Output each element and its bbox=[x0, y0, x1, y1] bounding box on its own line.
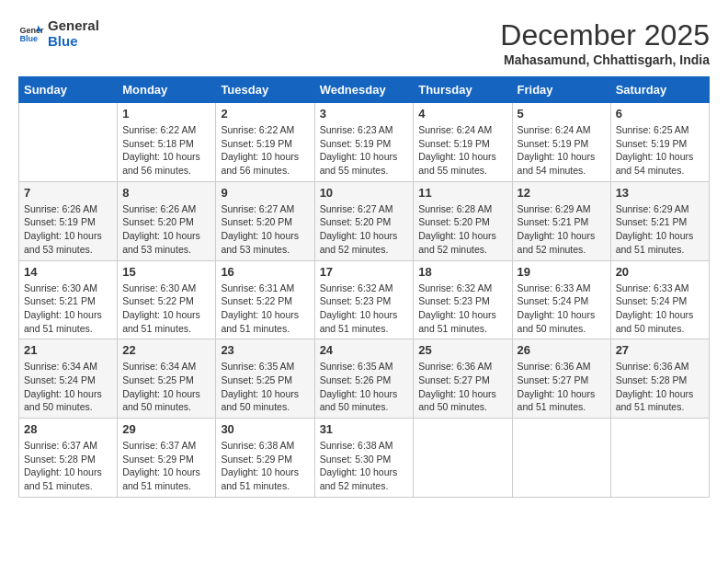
calendar-cell: 14Sunrise: 6:30 AMSunset: 5:21 PMDayligh… bbox=[19, 260, 118, 339]
day-number: 11 bbox=[418, 186, 506, 200]
day-number: 1 bbox=[122, 107, 210, 121]
day-number: 28 bbox=[24, 422, 112, 436]
day-number: 10 bbox=[320, 186, 409, 200]
cell-info: Sunrise: 6:23 AMSunset: 5:19 PMDaylight:… bbox=[320, 123, 409, 178]
calendar-cell: 22Sunrise: 6:34 AMSunset: 5:25 PMDayligh… bbox=[118, 339, 216, 419]
calendar-cell: 12Sunrise: 6:29 AMSunset: 5:21 PMDayligh… bbox=[512, 181, 610, 260]
cell-info: Sunrise: 6:33 AMSunset: 5:24 PMDaylight:… bbox=[616, 282, 704, 336]
calendar-cell: 23Sunrise: 6:35 AMSunset: 5:25 PMDayligh… bbox=[216, 339, 314, 419]
calendar-cell: 8Sunrise: 6:26 AMSunset: 5:20 PMDaylight… bbox=[118, 181, 216, 260]
calendar-cell: 24Sunrise: 6:35 AMSunset: 5:26 PMDayligh… bbox=[314, 339, 414, 419]
cell-info: Sunrise: 6:32 AMSunset: 5:23 PMDaylight:… bbox=[418, 282, 506, 336]
cell-info: Sunrise: 6:30 AMSunset: 5:21 PMDaylight:… bbox=[24, 282, 112, 336]
day-number: 24 bbox=[320, 343, 409, 357]
calendar-cell bbox=[19, 103, 118, 182]
weekday-header: Wednesday bbox=[314, 77, 414, 103]
calendar-header-row: SundayMondayTuesdayWednesdayThursdayFrid… bbox=[19, 77, 710, 103]
cell-info: Sunrise: 6:36 AMSunset: 5:27 PMDaylight:… bbox=[518, 360, 606, 414]
calendar-cell: 10Sunrise: 6:27 AMSunset: 5:20 PMDayligh… bbox=[314, 181, 414, 260]
day-number: 31 bbox=[320, 422, 409, 436]
cell-info: Sunrise: 6:26 AMSunset: 5:19 PMDaylight:… bbox=[24, 202, 112, 257]
calendar-body: 1Sunrise: 6:22 AMSunset: 5:18 PMDaylight… bbox=[19, 103, 710, 498]
cell-info: Sunrise: 6:32 AMSunset: 5:23 PMDaylight:… bbox=[320, 282, 409, 336]
day-number: 29 bbox=[122, 422, 210, 436]
day-number: 12 bbox=[518, 186, 606, 200]
calendar-cell: 6Sunrise: 6:25 AMSunset: 5:19 PMDaylight… bbox=[610, 103, 709, 182]
cell-info: Sunrise: 6:28 AMSunset: 5:20 PMDaylight:… bbox=[418, 202, 506, 257]
cell-info: Sunrise: 6:29 AMSunset: 5:21 PMDaylight:… bbox=[616, 202, 704, 257]
calendar-cell: 21Sunrise: 6:34 AMSunset: 5:24 PMDayligh… bbox=[19, 339, 118, 419]
calendar-table: SundayMondayTuesdayWednesdayThursdayFrid… bbox=[18, 76, 710, 498]
calendar-cell bbox=[512, 419, 610, 498]
svg-text:Blue: Blue bbox=[19, 34, 38, 43]
cell-info: Sunrise: 6:36 AMSunset: 5:27 PMDaylight:… bbox=[418, 360, 506, 414]
weekday-header: Monday bbox=[118, 77, 216, 103]
day-number: 23 bbox=[221, 343, 309, 357]
calendar-cell: 11Sunrise: 6:28 AMSunset: 5:20 PMDayligh… bbox=[414, 181, 512, 260]
location: Mahasamund, Chhattisgarh, India bbox=[500, 52, 710, 67]
day-number: 4 bbox=[418, 107, 506, 121]
calendar-week-row: 14Sunrise: 6:30 AMSunset: 5:21 PMDayligh… bbox=[19, 260, 710, 339]
cell-info: Sunrise: 6:38 AMSunset: 5:29 PMDaylight:… bbox=[221, 439, 309, 493]
calendar-cell: 16Sunrise: 6:31 AMSunset: 5:22 PMDayligh… bbox=[216, 260, 314, 339]
calendar-cell bbox=[414, 419, 512, 498]
day-number: 26 bbox=[518, 343, 606, 357]
calendar-cell: 20Sunrise: 6:33 AMSunset: 5:24 PMDayligh… bbox=[610, 260, 709, 339]
day-number: 17 bbox=[320, 265, 409, 279]
cell-info: Sunrise: 6:35 AMSunset: 5:26 PMDaylight:… bbox=[320, 360, 409, 414]
calendar-cell: 17Sunrise: 6:32 AMSunset: 5:23 PMDayligh… bbox=[314, 260, 414, 339]
title-block: December 2025 Mahasamund, Chhattisgarh, … bbox=[500, 18, 710, 67]
day-number: 16 bbox=[221, 265, 309, 279]
cell-info: Sunrise: 6:27 AMSunset: 5:20 PMDaylight:… bbox=[320, 202, 409, 257]
cell-info: Sunrise: 6:36 AMSunset: 5:28 PMDaylight:… bbox=[616, 360, 704, 414]
day-number: 30 bbox=[221, 422, 309, 436]
day-number: 22 bbox=[122, 343, 210, 357]
cell-info: Sunrise: 6:24 AMSunset: 5:19 PMDaylight:… bbox=[518, 123, 606, 178]
day-number: 21 bbox=[24, 343, 112, 357]
calendar-cell: 27Sunrise: 6:36 AMSunset: 5:28 PMDayligh… bbox=[610, 339, 709, 419]
cell-info: Sunrise: 6:33 AMSunset: 5:24 PMDaylight:… bbox=[518, 282, 606, 336]
calendar-cell: 15Sunrise: 6:30 AMSunset: 5:22 PMDayligh… bbox=[118, 260, 216, 339]
weekday-header: Tuesday bbox=[216, 77, 314, 103]
day-number: 8 bbox=[122, 186, 210, 200]
calendar-week-row: 21Sunrise: 6:34 AMSunset: 5:24 PMDayligh… bbox=[19, 339, 710, 419]
cell-info: Sunrise: 6:27 AMSunset: 5:20 PMDaylight:… bbox=[221, 202, 309, 257]
day-number: 13 bbox=[616, 186, 704, 200]
page-header: General Blue General Blue December 2025 … bbox=[18, 18, 710, 67]
logo-icon: General Blue bbox=[18, 21, 44, 47]
weekday-header: Thursday bbox=[414, 77, 512, 103]
day-number: 5 bbox=[518, 107, 606, 121]
month-title: December 2025 bbox=[500, 18, 710, 52]
cell-info: Sunrise: 6:30 AMSunset: 5:22 PMDaylight:… bbox=[122, 282, 210, 336]
cell-info: Sunrise: 6:34 AMSunset: 5:25 PMDaylight:… bbox=[122, 360, 210, 414]
calendar-cell bbox=[610, 419, 709, 498]
cell-info: Sunrise: 6:29 AMSunset: 5:21 PMDaylight:… bbox=[518, 202, 606, 257]
calendar-cell: 3Sunrise: 6:23 AMSunset: 5:19 PMDaylight… bbox=[314, 103, 414, 182]
logo: General Blue General Blue bbox=[18, 18, 99, 49]
day-number: 27 bbox=[616, 343, 704, 357]
calendar-cell: 30Sunrise: 6:38 AMSunset: 5:29 PMDayligh… bbox=[216, 419, 314, 498]
calendar-cell: 13Sunrise: 6:29 AMSunset: 5:21 PMDayligh… bbox=[610, 181, 709, 260]
cell-info: Sunrise: 6:38 AMSunset: 5:30 PMDaylight:… bbox=[320, 439, 409, 493]
cell-info: Sunrise: 6:26 AMSunset: 5:20 PMDaylight:… bbox=[122, 202, 210, 257]
calendar-week-row: 7Sunrise: 6:26 AMSunset: 5:19 PMDaylight… bbox=[19, 181, 710, 260]
cell-info: Sunrise: 6:37 AMSunset: 5:29 PMDaylight:… bbox=[122, 439, 210, 493]
weekday-header: Friday bbox=[512, 77, 610, 103]
weekday-header: Saturday bbox=[610, 77, 709, 103]
calendar-cell: 2Sunrise: 6:22 AMSunset: 5:19 PMDaylight… bbox=[216, 103, 314, 182]
cell-info: Sunrise: 6:25 AMSunset: 5:19 PMDaylight:… bbox=[616, 123, 704, 178]
calendar-cell: 31Sunrise: 6:38 AMSunset: 5:30 PMDayligh… bbox=[314, 419, 414, 498]
calendar-cell: 28Sunrise: 6:37 AMSunset: 5:28 PMDayligh… bbox=[19, 419, 118, 498]
calendar-cell: 18Sunrise: 6:32 AMSunset: 5:23 PMDayligh… bbox=[414, 260, 512, 339]
calendar-cell: 29Sunrise: 6:37 AMSunset: 5:29 PMDayligh… bbox=[118, 419, 216, 498]
calendar-cell: 4Sunrise: 6:24 AMSunset: 5:19 PMDaylight… bbox=[414, 103, 512, 182]
calendar-cell: 7Sunrise: 6:26 AMSunset: 5:19 PMDaylight… bbox=[19, 181, 118, 260]
day-number: 15 bbox=[122, 265, 210, 279]
day-number: 18 bbox=[418, 265, 506, 279]
calendar-cell: 1Sunrise: 6:22 AMSunset: 5:18 PMDaylight… bbox=[118, 103, 216, 182]
cell-info: Sunrise: 6:22 AMSunset: 5:19 PMDaylight:… bbox=[221, 123, 309, 178]
cell-info: Sunrise: 6:37 AMSunset: 5:28 PMDaylight:… bbox=[24, 439, 112, 493]
cell-info: Sunrise: 6:22 AMSunset: 5:18 PMDaylight:… bbox=[122, 123, 210, 178]
calendar-cell: 19Sunrise: 6:33 AMSunset: 5:24 PMDayligh… bbox=[512, 260, 610, 339]
calendar-cell: 5Sunrise: 6:24 AMSunset: 5:19 PMDaylight… bbox=[512, 103, 610, 182]
